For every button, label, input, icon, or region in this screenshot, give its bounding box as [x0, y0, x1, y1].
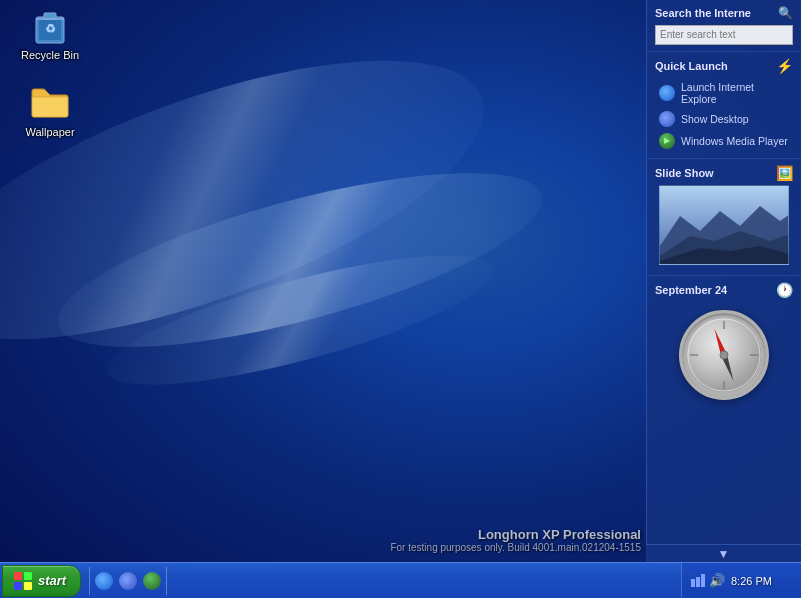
watermark-line2: For testing purposes only. Build 4001.ma… [390, 542, 641, 553]
svg-rect-21 [24, 582, 32, 590]
svg-rect-24 [701, 574, 705, 587]
wallpaper-folder-label: Wallpaper [25, 126, 74, 138]
lightning-icon: ⚡ [776, 58, 793, 74]
svg-rect-2 [44, 13, 56, 19]
search-icon: 🔍 [778, 6, 793, 20]
quick-launch-title: Quick Launch ⚡ [655, 58, 793, 74]
taskbar-icon-2[interactable] [118, 571, 138, 591]
wallpaper-folder-image [30, 82, 70, 122]
sidebar-scroll-down[interactable]: ▼ [646, 544, 801, 562]
slideshow-icon: 🖼️ [776, 165, 793, 181]
wmp-icon: ▶ [659, 133, 675, 149]
svg-text:♻: ♻ [45, 22, 56, 36]
svg-rect-22 [691, 579, 695, 587]
svg-rect-23 [696, 577, 700, 587]
system-tray: 🔊 8:26 PM [681, 563, 801, 598]
launch-ie-item[interactable]: Launch Internet Explore [655, 78, 793, 108]
show-desktop-item[interactable]: Show Desktop [655, 108, 793, 130]
clock-title: September 24 🕐 [655, 282, 793, 298]
compass-container [655, 302, 793, 408]
taskbar-ie-icon[interactable] [94, 571, 114, 591]
taskbar-quicklaunch-area [89, 567, 167, 595]
quick-launch-section: Quick Launch ⚡ Launch Internet Explore S… [647, 52, 801, 159]
network-tray-icon[interactable] [690, 573, 706, 589]
start-button-label: start [38, 573, 66, 588]
taskbar: start [0, 562, 801, 598]
search-title: Search the Interne 🔍 [655, 6, 793, 20]
taskbar-wmp-icon[interactable] [142, 571, 162, 591]
recycle-bin-image: ♻ [30, 5, 70, 45]
svg-rect-20 [14, 582, 22, 590]
windows-logo-icon [13, 571, 33, 591]
wmp-item[interactable]: ▶ Windows Media Player [655, 130, 793, 152]
svg-rect-19 [24, 572, 32, 580]
slideshow-section: Slide Show 🖼️ [647, 159, 801, 276]
watermark-line1: Longhorn XP Professional [390, 527, 641, 542]
clock-display: 8:26 PM [731, 575, 772, 587]
svg-rect-18 [14, 572, 22, 580]
desktop: ♻ Recycle Bin Wallpaper Longhorn XP Prof… [0, 0, 801, 598]
clock-icon: 🕐 [776, 282, 793, 298]
wallpaper-folder-icon[interactable]: Wallpaper [15, 82, 85, 138]
slideshow-image[interactable] [659, 185, 789, 265]
ie-icon [659, 85, 675, 101]
recycle-bin-icon[interactable]: ♻ Recycle Bin [15, 5, 85, 61]
search-section: Search the Interne 🔍 [647, 0, 801, 52]
clock-section: September 24 🕐 [647, 276, 801, 414]
show-desktop-icon [659, 111, 675, 127]
svg-point-17 [720, 351, 728, 359]
watermark: Longhorn XP Professional For testing pur… [390, 527, 641, 553]
search-input[interactable] [655, 25, 793, 45]
volume-tray-icon[interactable]: 🔊 [709, 573, 725, 589]
start-button[interactable]: start [2, 565, 81, 597]
tray-icons: 🔊 [690, 573, 725, 589]
compass [679, 310, 769, 400]
sidebar-panel: Search the Interne 🔍 Quick Launch ⚡ Laun… [646, 0, 801, 562]
slideshow-title: Slide Show 🖼️ [655, 165, 793, 181]
recycle-bin-label: Recycle Bin [21, 49, 79, 61]
